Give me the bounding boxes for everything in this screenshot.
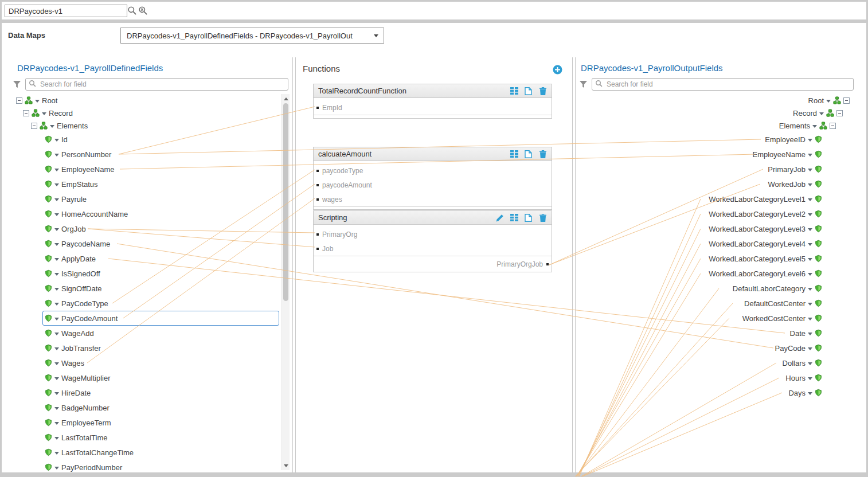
data-map-select[interactable]: DRPaycodes-v1_PayrollDefinedFields - DRP…: [120, 28, 384, 44]
collapse-icon[interactable]: [830, 123, 836, 129]
chevron-down-icon[interactable]: [808, 318, 812, 320]
chevron-down-icon[interactable]: [54, 183, 59, 186]
connector-dot[interactable]: [316, 170, 319, 172]
scroll-down-button[interactable]: [282, 462, 290, 469]
chevron-down-icon[interactable]: [54, 467, 59, 470]
tree-item[interactable]: WorkedLaborCategoryLevel2: [581, 206, 863, 221]
chevron-down-icon[interactable]: [54, 243, 59, 246]
chevron-down-icon[interactable]: [808, 347, 812, 350]
chevron-down-icon[interactable]: [42, 112, 46, 115]
tree-item[interactable]: BadgeNumber: [6, 400, 281, 415]
tree-item[interactable]: WorkedJob: [581, 177, 863, 191]
global-search-input[interactable]: [5, 5, 127, 17]
chevron-down-icon[interactable]: [50, 125, 54, 128]
connector-dot[interactable]: [316, 198, 319, 201]
collapse-icon[interactable]: [16, 97, 22, 104]
chevron-down-icon[interactable]: [808, 362, 812, 365]
tree-item[interactable]: Dollars: [581, 355, 863, 370]
chevron-down-icon[interactable]: [54, 377, 59, 380]
tree-item[interactable]: WorkedLaborCategoryLevel6: [581, 266, 863, 281]
delete-icon[interactable]: [538, 150, 547, 158]
tree-item[interactable]: SignOffDate: [6, 281, 281, 296]
chevron-down-icon[interactable]: [819, 112, 824, 115]
tree-item[interactable]: WorkedLaborCategoryLevel5: [581, 251, 863, 266]
tree-item[interactable]: HomeAccountName: [6, 206, 281, 221]
tree-item[interactable]: WageMultiplier: [6, 370, 281, 385]
chevron-down-icon[interactable]: [808, 288, 812, 291]
chevron-down-icon[interactable]: [812, 125, 817, 128]
tree-item[interactable]: IsSignedOff: [6, 266, 281, 281]
clear-search-icon[interactable]: [138, 5, 147, 15]
chevron-down-icon[interactable]: [808, 228, 812, 231]
connector-dot[interactable]: [316, 184, 319, 186]
tree-item[interactable]: WorkedLaborCategoryLevel3: [581, 221, 863, 236]
tree-item[interactable]: Days: [581, 385, 863, 400]
tree-item[interactable]: PersonNumber: [6, 147, 281, 162]
tree-item[interactable]: Hours: [581, 370, 863, 385]
scrollbar-thumb[interactable]: [283, 103, 288, 301]
tree-item[interactable]: DefaultCostCenter: [581, 296, 863, 311]
chevron-down-icon[interactable]: [54, 288, 59, 291]
tree-item[interactable]: WorkedLaborCategoryLevel4: [581, 236, 863, 251]
tree-item[interactable]: LastTotalTime: [6, 430, 281, 445]
function-card[interactable]: Scripting PrimaryOrg Job PrimaryOrgJob: [313, 210, 552, 272]
chevron-down-icon[interactable]: [54, 139, 59, 142]
chevron-down-icon[interactable]: [808, 243, 812, 246]
tree-item[interactable]: HireDate: [6, 385, 281, 400]
tree-item[interactable]: Record: [6, 107, 281, 119]
chevron-down-icon[interactable]: [54, 198, 59, 201]
tree-item[interactable]: Root: [6, 94, 281, 107]
tree-item[interactable]: ApplyDate: [6, 251, 281, 266]
function-card[interactable]: calcuateAmount paycodeType paycodeAmount…: [313, 147, 552, 210]
chevron-down-icon[interactable]: [54, 333, 59, 335]
chevron-down-icon[interactable]: [54, 258, 59, 261]
chevron-down-icon[interactable]: [808, 183, 812, 186]
tree-item[interactable]: Root: [581, 94, 863, 107]
tree-item[interactable]: Elements: [581, 119, 863, 132]
collapse-icon[interactable]: [23, 110, 29, 116]
tree-item[interactable]: EmpStatus: [6, 177, 281, 191]
copy-icon[interactable]: [524, 150, 533, 158]
scroll-up-button[interactable]: [282, 95, 290, 102]
chevron-down-icon[interactable]: [808, 213, 812, 216]
chevron-down-icon[interactable]: [808, 139, 812, 142]
delete-icon[interactable]: [538, 87, 547, 95]
function-output[interactable]: PrimaryOrgJob: [314, 256, 552, 272]
chevron-down-icon[interactable]: [54, 303, 59, 306]
chevron-down-icon[interactable]: [54, 318, 59, 320]
connector-dot[interactable]: [316, 233, 319, 236]
add-function-button[interactable]: [553, 65, 562, 75]
filter-icon[interactable]: [13, 80, 21, 88]
connector-dot[interactable]: [316, 107, 319, 109]
mapping-grid-icon[interactable]: [510, 150, 518, 158]
tree-item[interactable]: Elements: [6, 119, 281, 132]
chevron-down-icon[interactable]: [808, 333, 812, 335]
tree-item[interactable]: WorkedLaborCategoryLevel1: [581, 191, 863, 206]
tree-item[interactable]: LastTotalChangeTime: [6, 445, 281, 460]
delete-icon[interactable]: [538, 213, 547, 222]
connector-dot[interactable]: [546, 263, 549, 265]
tree-item[interactable]: OrgJob: [6, 221, 281, 236]
tree-item[interactable]: WorkedCostCenter: [581, 311, 863, 326]
chevron-down-icon[interactable]: [54, 347, 59, 350]
chevron-down-icon[interactable]: [54, 154, 59, 157]
output-field-search[interactable]: [592, 78, 854, 91]
function-input[interactable]: EmpId: [314, 100, 552, 115]
tree-item[interactable]: PrimaryJob: [581, 162, 863, 177]
search-icon[interactable]: [127, 5, 136, 15]
tree-item[interactable]: PayPeriodNumber: [6, 460, 281, 472]
tree-item[interactable]: Wages: [6, 355, 281, 370]
mapping-grid-icon[interactable]: [510, 213, 518, 222]
filter-icon[interactable]: [579, 80, 588, 88]
collapse-icon[interactable]: [31, 123, 37, 129]
chevron-down-icon[interactable]: [808, 377, 812, 380]
edit-icon[interactable]: [495, 213, 504, 222]
source-field-search-input[interactable]: [39, 80, 285, 89]
chevron-down-icon[interactable]: [54, 213, 59, 216]
connector-dot[interactable]: [316, 248, 319, 250]
tree-item[interactable]: Record: [581, 107, 863, 119]
mapping-grid-icon[interactable]: [510, 87, 518, 95]
tree-item[interactable]: PaycodeName: [6, 236, 281, 251]
tree-item[interactable]: Payrule: [6, 191, 281, 206]
chevron-down-icon[interactable]: [54, 407, 59, 410]
